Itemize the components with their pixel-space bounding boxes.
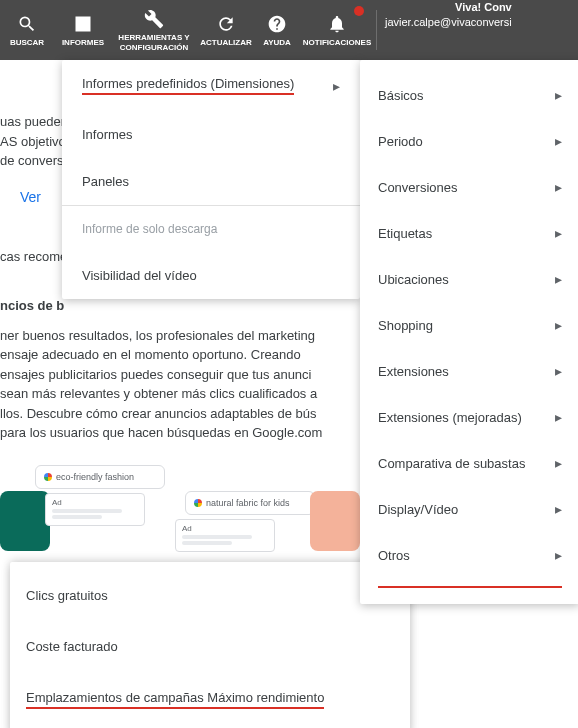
chevron-right-icon: ▸	[555, 271, 562, 287]
menu-label: Ubicaciones	[378, 272, 449, 287]
reports-label: INFORMES	[62, 38, 104, 48]
help-label: AYUDA	[263, 38, 291, 48]
menu-label: Conversiones	[378, 180, 458, 195]
menu-label: Informe de solo descarga	[82, 222, 217, 236]
notifications-label: NOTIFICACIONES	[303, 38, 371, 48]
menu-label: Comparativa de subastas	[378, 456, 525, 471]
account-block[interactable]: Viva! Conv javier.calpe@vivaconversi	[377, 0, 520, 31]
ad-label: Ad	[52, 498, 62, 507]
chevron-right-icon: ▸	[333, 78, 340, 94]
menu-label: Display/Vídeo	[378, 502, 458, 517]
tools-label: HERRAMIENTAS Y CONFIGURACIÓN	[118, 33, 190, 52]
underline-highlight	[378, 586, 562, 588]
menu-free-clicks[interactable]: Clics gratuitos	[10, 570, 410, 621]
chevron-right-icon: ▸	[555, 317, 562, 333]
chevron-right-icon: ▸	[555, 455, 562, 471]
reports-button[interactable]: INFORMES	[54, 0, 112, 60]
menu-label: Periodo	[378, 134, 423, 149]
wrench-icon	[144, 9, 164, 29]
illustration-person	[0, 491, 50, 551]
refresh-label: ACTUALIZAR	[200, 38, 252, 48]
menu-predefined-reports[interactable]: Informes predefinidos (Dimensiones) ▸	[62, 60, 360, 111]
help-button[interactable]: AYUDA	[256, 0, 298, 60]
search-label: BUSCAR	[10, 38, 44, 48]
ill-text: eco-friendly fashion	[56, 472, 134, 482]
menu-paneles[interactable]: Paneles	[62, 158, 360, 205]
menu-label: Shopping	[378, 318, 433, 333]
help-icon	[267, 14, 287, 34]
search-icon	[17, 14, 37, 34]
menu-comparativa-subastas[interactable]: Comparativa de subastas▸	[360, 440, 578, 486]
menu-label: Básicos	[378, 88, 424, 103]
menu-display-video[interactable]: Display/Vídeo▸	[360, 486, 578, 532]
menu-etiquetas[interactable]: Etiquetas▸	[360, 210, 578, 256]
menu-conversiones[interactable]: Conversiones▸	[360, 164, 578, 210]
account-email: javier.calpe@vivaconversi	[385, 15, 512, 30]
menu-label: Paneles	[82, 174, 129, 189]
google-icon	[194, 499, 202, 507]
reports-dropdown: Informes predefinidos (Dimensiones) ▸ In…	[62, 60, 360, 299]
illustration-ad-box: Ad	[45, 493, 145, 526]
menu-label: Visibilidad del vídeo	[82, 268, 197, 283]
menu-label: Clics gratuitos	[26, 588, 108, 603]
chevron-right-icon: ▸	[555, 501, 562, 517]
ill-text: natural fabric for kids	[206, 498, 290, 508]
other-dropdown: Clics gratuitos Coste facturado Emplazam…	[10, 562, 410, 728]
chevron-right-icon: ▸	[555, 409, 562, 425]
bell-icon	[327, 14, 347, 34]
chevron-right-icon: ▸	[555, 179, 562, 195]
refresh-button[interactable]: ACTUALIZAR	[196, 0, 256, 60]
illustration-search-box: natural fabric for kids	[185, 491, 315, 515]
ver-button[interactable]: Ver	[6, 181, 55, 213]
account-company: Viva! Conv	[385, 0, 512, 15]
menu-download-only: Informe de solo descarga	[62, 206, 360, 252]
menu-extensiones[interactable]: Extensiones▸	[360, 348, 578, 394]
search-button[interactable]: BUSCAR	[0, 0, 54, 60]
illustration: eco-friendly fashion Ad natural fabric f…	[0, 461, 360, 561]
ad-label: Ad	[182, 524, 192, 533]
illustration-ad-box: Ad	[175, 519, 275, 552]
menu-extensiones-mejoradas[interactable]: Extensiones (mejoradas)▸	[360, 394, 578, 440]
menu-label: Extensiones	[378, 364, 449, 379]
chevron-right-icon: ▸	[555, 547, 562, 563]
menu-periodo[interactable]: Periodo▸	[360, 118, 578, 164]
menu-billed-cost[interactable]: Coste facturado	[10, 621, 410, 672]
chart-icon	[73, 14, 93, 34]
illustration-person	[310, 491, 360, 551]
menu-video-visibility[interactable]: Visibilidad del vídeo	[62, 252, 360, 299]
notifications-button[interactable]: NOTIFICACIONES	[298, 0, 376, 60]
menu-label: Informes predefinidos (Dimensiones)	[82, 76, 294, 95]
menu-label: Etiquetas	[378, 226, 432, 241]
google-icon	[44, 473, 52, 481]
chevron-right-icon: ▸	[555, 225, 562, 241]
menu-ubicaciones[interactable]: Ubicaciones▸	[360, 256, 578, 302]
menu-informes[interactable]: Informes	[62, 111, 360, 158]
menu-label: Extensiones (mejoradas)	[378, 410, 522, 425]
tools-button[interactable]: HERRAMIENTAS Y CONFIGURACIÓN	[112, 0, 196, 60]
menu-basicos[interactable]: Básicos▸	[360, 72, 578, 118]
menu-shopping[interactable]: Shopping▸	[360, 302, 578, 348]
refresh-icon	[216, 14, 236, 34]
menu-label: Coste facturado	[26, 639, 118, 654]
menu-label: Otros	[378, 548, 410, 563]
chevron-right-icon: ▸	[555, 87, 562, 103]
menu-pmax-placements[interactable]: Emplazamientos de campañas Máximo rendim…	[10, 672, 410, 727]
categories-dropdown: Básicos▸ Periodo▸ Conversiones▸ Etiqueta…	[360, 60, 578, 604]
menu-otros[interactable]: Otros▸	[360, 532, 578, 578]
chevron-right-icon: ▸	[555, 133, 562, 149]
chevron-right-icon: ▸	[555, 363, 562, 379]
illustration-search-box: eco-friendly fashion	[35, 465, 165, 489]
menu-label: Emplazamientos de campañas Máximo rendim…	[26, 690, 324, 709]
menu-label: Informes	[82, 127, 133, 142]
